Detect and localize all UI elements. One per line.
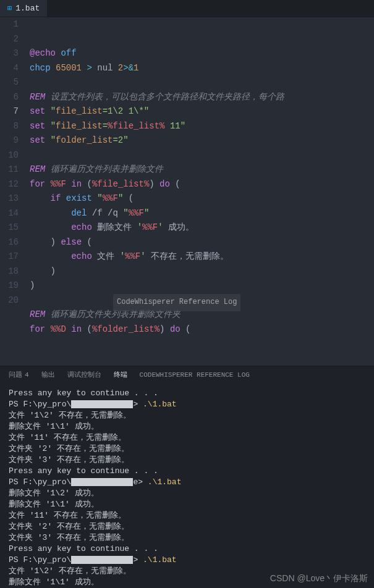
panel-tabs: 问题4 输出 调试控制台 终端 CODEWHISPERER REFERENCE … [0,366,374,383]
line-number: 7 [0,104,19,119]
code-line[interactable]: if exist "%%F" ( [30,191,374,206]
panel-tab-terminal[interactable]: 终端 [114,370,127,384]
code-line[interactable]: del /f /q "%%F" [30,206,374,221]
terminal-line: 文件 '11' 不存在，无需删除。 [9,510,365,521]
code-line[interactable] [30,148,374,163]
terminal-line: 文件 '11' 不存在，无需删除。 [9,432,365,443]
line-number: 17 [0,250,19,264]
terminal-line: PS F:\py_pro\ > .\1.bat [9,399,365,410]
terminal-line: 文件 '1\2' 不存在，无需删除。 [9,410,365,421]
code-line[interactable]: set "file_list=%file_list% 11" [30,119,374,134]
terminal-line: 删除文件 '1\1' 成功。 [9,499,365,510]
code-line[interactable]: ) [30,279,374,293]
terminal-line: 删除文件 '1\1' 成功。 [9,421,365,432]
code-line[interactable]: @echo off [30,46,374,61]
code-line[interactable]: ) else ( [30,235,374,250]
code-line[interactable] [30,75,374,90]
tab-filename: 1.bat [15,4,40,13]
terminal-line: PS F:\py_pro\ > .\1.bat [9,555,365,566]
line-number: 5 [0,75,19,90]
line-number: 2 [0,32,19,47]
code-area[interactable]: @echo offchcp 65001 > nul 2>&1 REM 设置文件列… [30,17,374,366]
line-number: 4 [0,61,19,76]
line-number: 16 [0,235,19,250]
line-number: 15 [0,220,19,235]
code-line[interactable]: chcp 65001 > nul 2>&1 [30,61,374,76]
codewhisperer-hint[interactable]: CodeWhisperer Reference Log [113,294,240,311]
terminal-line: 文件夹 '3' 不存在，无需删除。 [9,455,365,466]
terminal-line: 文件夹 '2' 不存在，无需删除。 [9,443,365,455]
code-line[interactable]: echo 文件 '%%F' 不存在，无需删除。 [30,250,374,264]
line-number: 13 [0,191,19,206]
line-number: 10 [0,148,19,163]
code-line[interactable]: set "folder_list=2" [30,133,374,148]
code-line[interactable]: REM 设置文件列表，可以包含多个文件路径和文件夹路径，每个路 [30,90,374,105]
line-number: 12 [0,177,19,192]
line-number: 3 [0,46,19,61]
terminal-output[interactable]: Press any key to continue . . .PS F:\py_… [0,383,374,588]
windows-icon: ⊞ [7,4,12,13]
panel-tab-cwrl[interactable]: CODEWHISPERER REFERENCE LOG [140,371,250,382]
panel-tab-problems[interactable]: 问题4 [9,370,29,383]
line-number: 6 [0,90,19,105]
panel-tab-output[interactable]: 输出 [41,370,55,383]
line-number: 8 [0,119,19,134]
editor-tab[interactable]: ⊞ 1.bat [0,0,47,17]
terminal-line: Press any key to continue . . . [9,544,365,555]
code-editor[interactable]: 1234567891011121314151617181920 @echo of… [0,17,374,366]
line-number: 1 [0,17,19,32]
watermark: CSDN @Love丶伊卡洛斯 [270,573,368,584]
terminal-line: 文件夹 '2' 不存在，无需删除。 [9,521,365,532]
code-line[interactable]: set "file_list=1\2 1\*" [30,104,374,119]
line-number: 14 [0,206,19,221]
terminal-line: 删除文件 '1\2' 成功。 [9,488,365,499]
code-line[interactable]: REM 循环遍历文件列表并删除文件 [30,162,374,177]
line-number: 18 [0,264,19,279]
code-line[interactable]: echo 删除文件 '%%F' 成功。 [30,220,374,235]
line-number: 9 [0,133,19,148]
line-number: 20 [0,293,19,308]
terminal-line: 文件夹 '3' 不存在，无需删除。 [9,532,365,544]
code-line[interactable]: for %%F in (%file_list%) do ( [30,177,374,192]
terminal-line: PS F:\py_pro\ e> .\1.bat [9,477,365,488]
line-number-gutter: 1234567891011121314151617181920 [0,17,30,366]
editor-tab-bar: ⊞ 1.bat [0,0,374,17]
code-line[interactable]: ) [30,264,374,279]
terminal-line: Press any key to continue . . . [9,466,365,477]
panel-tab-debug[interactable]: 调试控制台 [67,370,101,383]
line-number: 11 [0,162,19,177]
terminal-line: Press any key to continue . . . [9,388,365,399]
line-number: 19 [0,279,19,293]
code-line[interactable]: for %%D in (%folder_list%) do ( [30,322,374,337]
